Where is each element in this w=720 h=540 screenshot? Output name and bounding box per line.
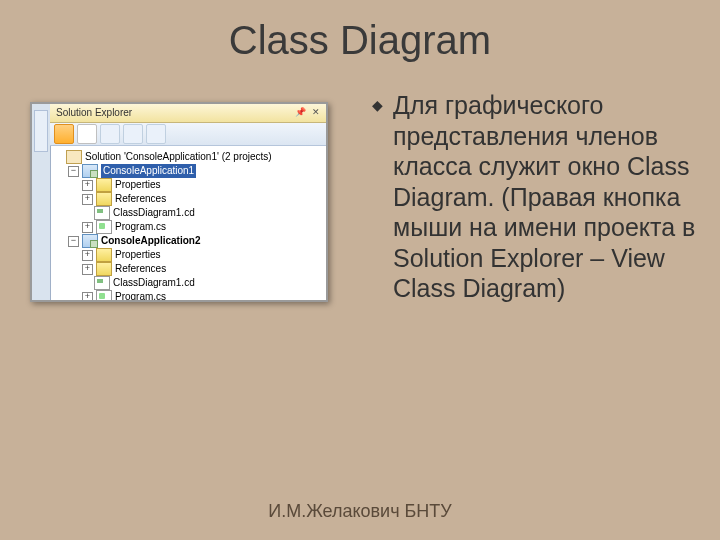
slide-title: Class Diagram — [0, 18, 720, 63]
item-label: Program.cs — [115, 290, 166, 302]
item-label: Properties — [115, 178, 161, 192]
collapse-icon[interactable]: − — [68, 236, 79, 247]
tree-item-row[interactable]: + Program.cs — [54, 290, 322, 302]
pin-icon[interactable]: 📌 — [294, 106, 306, 118]
close-icon[interactable]: ✕ — [310, 106, 322, 118]
classdiagram-icon — [94, 206, 110, 220]
body-text: ◆ Для графического представления членов … — [372, 90, 700, 304]
folder-icon — [96, 262, 112, 276]
expand-icon[interactable]: + — [82, 264, 93, 275]
csharp-icon — [96, 290, 112, 302]
expand-icon[interactable]: + — [82, 292, 93, 303]
bullet-diamond-icon: ◆ — [372, 90, 383, 304]
tree-item-row[interactable]: ClassDiagram1.cd — [54, 206, 322, 220]
item-label: ClassDiagram1.cd — [113, 206, 195, 220]
tree-item-row[interactable]: + Program.cs — [54, 220, 322, 234]
tree-item-row[interactable]: + References — [54, 192, 322, 206]
project-label: ConsoleApplication1 — [101, 164, 196, 178]
item-label: Program.cs — [115, 220, 166, 234]
solution-tree[interactable]: Solution 'ConsoleApplication1' (2 projec… — [50, 146, 326, 302]
docked-tab-strip — [32, 104, 51, 300]
toolbar-button-showall[interactable] — [123, 124, 143, 144]
item-label: References — [115, 192, 166, 206]
slide-footer: И.М.Желакович БНТУ — [0, 501, 720, 522]
tree-project-row[interactable]: − ConsoleApplication2 — [54, 234, 322, 248]
csharp-icon — [96, 220, 112, 234]
expand-icon[interactable]: + — [82, 250, 93, 261]
toolbar-button-view[interactable] — [146, 124, 166, 144]
toolbar-button-refresh[interactable] — [100, 124, 120, 144]
item-label: Properties — [115, 248, 161, 262]
tree-solution-row[interactable]: Solution 'ConsoleApplication1' (2 projec… — [54, 150, 322, 164]
expand-icon[interactable]: + — [82, 222, 93, 233]
explorer-toolbar — [50, 123, 326, 146]
collapse-icon[interactable]: − — [68, 166, 79, 177]
tree-item-row[interactable]: ClassDiagram1.cd — [54, 276, 322, 290]
pane-title-text: Solution Explorer — [56, 107, 132, 118]
tree-item-row[interactable]: + Properties — [54, 178, 322, 192]
expand-icon[interactable]: + — [82, 180, 93, 191]
solution-icon — [66, 150, 82, 164]
expand-icon[interactable]: + — [82, 194, 93, 205]
folder-icon — [96, 178, 112, 192]
classdiagram-icon — [94, 276, 110, 290]
toolbar-button-home[interactable] — [54, 124, 74, 144]
project-icon — [82, 164, 98, 178]
folder-icon — [96, 248, 112, 262]
tree-project-row[interactable]: − ConsoleApplication1 — [54, 164, 322, 178]
solution-label: Solution 'ConsoleApplication1' (2 projec… — [85, 150, 272, 164]
folder-icon — [96, 192, 112, 206]
project-icon — [82, 234, 98, 248]
project-label: ConsoleApplication2 — [101, 234, 200, 248]
docked-tab[interactable] — [34, 110, 48, 152]
body-paragraph: Для графического представления членов кл… — [393, 90, 700, 304]
screenshot-panel: Solution Explorer 📌 ✕ Solution 'ConsoleA… — [30, 102, 328, 302]
pane-titlebar: Solution Explorer 📌 ✕ — [50, 104, 326, 123]
tree-item-row[interactable]: + Properties — [54, 248, 322, 262]
toolbar-button-properties[interactable] — [77, 124, 97, 144]
item-label: References — [115, 262, 166, 276]
tree-item-row[interactable]: + References — [54, 262, 322, 276]
item-label: ClassDiagram1.cd — [113, 276, 195, 290]
